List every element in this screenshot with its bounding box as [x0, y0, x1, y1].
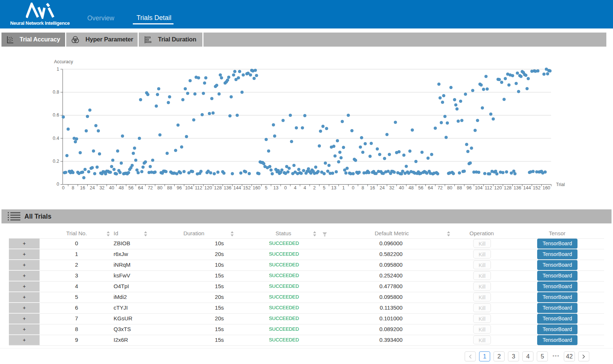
svg-text:1: 1 — [57, 67, 59, 72]
svg-text:32: 32 — [100, 185, 105, 191]
svg-text:24: 24 — [380, 185, 385, 191]
svg-text:16: 16 — [370, 185, 375, 191]
svg-text:0: 0 — [57, 182, 59, 187]
svg-text:72: 72 — [148, 185, 153, 191]
svg-text:0: 0 — [352, 185, 354, 191]
svg-text:160: 160 — [542, 185, 550, 191]
svg-text:40: 40 — [109, 185, 114, 191]
svg-text:144: 144 — [523, 185, 531, 191]
svg-text:4: 4 — [294, 185, 296, 191]
svg-text:160: 160 — [253, 185, 260, 191]
svg-text:5: 5 — [323, 185, 326, 191]
svg-text:48: 48 — [119, 185, 124, 191]
svg-text:Accuracy: Accuracy — [54, 59, 73, 64]
svg-text:80: 80 — [157, 185, 162, 191]
svg-text:16: 16 — [80, 185, 85, 191]
svg-text:56: 56 — [128, 185, 134, 191]
svg-text:0: 0 — [284, 185, 287, 191]
svg-text:120: 120 — [204, 185, 212, 191]
svg-text:4: 4 — [304, 185, 306, 191]
svg-text:152: 152 — [533, 185, 540, 191]
svg-text:56: 56 — [418, 185, 423, 191]
svg-text:48: 48 — [408, 185, 414, 191]
svg-text:152: 152 — [243, 185, 251, 191]
svg-text:2: 2 — [313, 185, 316, 191]
svg-text:112: 112 — [485, 185, 492, 191]
svg-text:24: 24 — [90, 185, 95, 191]
svg-text:8: 8 — [72, 185, 74, 191]
svg-text:88: 88 — [457, 185, 462, 191]
svg-text:0: 0 — [62, 185, 65, 191]
svg-text:32: 32 — [389, 185, 394, 191]
svg-text:Trial: Trial — [556, 182, 565, 187]
svg-text:80: 80 — [447, 185, 452, 191]
svg-text:104: 104 — [475, 185, 483, 191]
svg-text:144: 144 — [233, 185, 241, 191]
svg-text:96: 96 — [467, 185, 472, 191]
svg-text:0.6: 0.6 — [53, 112, 59, 118]
svg-text:5: 5 — [265, 185, 267, 191]
svg-text:13: 13 — [331, 185, 336, 191]
svg-text:8: 8 — [361, 185, 364, 191]
svg-text:13: 13 — [273, 185, 279, 191]
svg-text:120: 120 — [494, 185, 502, 191]
svg-text:72: 72 — [438, 185, 443, 191]
svg-text:104: 104 — [185, 185, 193, 191]
svg-text:64: 64 — [428, 185, 433, 191]
svg-text:136: 136 — [513, 185, 521, 191]
svg-text:128: 128 — [504, 185, 512, 191]
svg-text:0.8: 0.8 — [53, 90, 59, 95]
svg-text:1: 1 — [342, 185, 345, 191]
svg-text:112: 112 — [195, 185, 202, 191]
svg-text:64: 64 — [138, 185, 143, 191]
svg-text:136: 136 — [224, 185, 232, 191]
svg-text:0.4: 0.4 — [53, 136, 59, 141]
svg-text:96: 96 — [177, 185, 182, 191]
svg-text:128: 128 — [214, 185, 222, 191]
svg-text:40: 40 — [399, 185, 404, 191]
svg-text:88: 88 — [167, 185, 172, 191]
svg-text:0.2: 0.2 — [53, 159, 59, 164]
